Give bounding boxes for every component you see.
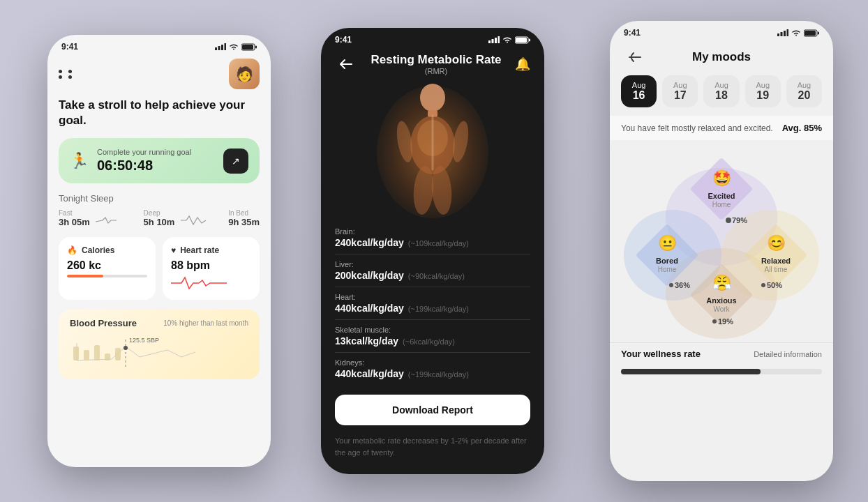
right-back-button[interactable]	[624, 46, 646, 68]
bored-dot	[669, 283, 673, 287]
svg-rect-15	[73, 347, 79, 360]
kidneys-sub: (~199kcal/kg/day)	[408, 370, 469, 379]
svg-line-13	[167, 350, 181, 357]
avatar: 🧑	[229, 59, 260, 89]
kidneys-values: 440kcal/kg/day (~199kcal/kg/day)	[335, 368, 530, 379]
liver-sub: (~90kcal/kg/day)	[408, 272, 465, 280]
mid-title: Resting Metabolic Rate	[371, 53, 501, 67]
deep-wave	[181, 213, 223, 227]
bored-percent: 36%	[675, 281, 690, 289]
battery-icon	[241, 43, 257, 51]
fast-wave	[96, 213, 137, 227]
brain-main: 240kcal/kg/day	[335, 237, 404, 248]
sleep-fast: Fast 3h 05m	[59, 209, 90, 227]
mood-diamond-svg: 🤩 Excited Home 79% 😐 Bored Home 36% 😊 Re…	[617, 147, 826, 342]
svg-rect-44	[805, 31, 816, 36]
mid-battery-icon	[515, 36, 530, 44]
svg-line-12	[154, 350, 167, 353]
heart-values: 440kcal/kg/day (~199kcal/kg/day)	[335, 303, 530, 314]
wellness-footer: Your wellness rate Detailed information	[610, 342, 833, 362]
date-tab-aug16[interactable]: Aug 16	[621, 75, 657, 107]
brain-values: 240kcal/kg/day (~109kcal/kg/day)	[335, 237, 530, 248]
svg-rect-6	[255, 45, 257, 48]
anxious-percent: 19%	[718, 317, 733, 326]
heart-wave	[171, 275, 227, 291]
wellness-title: Your wellness rate	[621, 349, 701, 359]
running-info: Complete your running goal 06:50:48	[97, 148, 215, 174]
aug18-day: 18	[703, 89, 739, 102]
human-body-figure	[387, 82, 478, 222]
excited-dot	[726, 218, 731, 223]
running-action-button[interactable]: ↗	[223, 149, 248, 174]
skeletal-sub: (~6kcal/kg/day)	[403, 337, 455, 346]
bp-header: Blood Pressure 10% higher than last mont…	[70, 318, 248, 328]
relaxed-sub: All time	[765, 266, 788, 273]
sleep-deep: Deep 5h 10m	[144, 209, 175, 227]
right-header: My moods	[610, 40, 833, 75]
svg-rect-29	[529, 38, 530, 41]
left-status-bar: 9:41	[47, 35, 271, 54]
back-arrow-icon	[339, 59, 353, 70]
health-cards: 🔥 Calories 260 kc ♥ Heart rate 88 bpm	[59, 237, 260, 300]
anxious-emoji: 😤	[712, 273, 732, 292]
svg-rect-28	[516, 38, 527, 43]
svg-line-14	[181, 352, 195, 357]
svg-rect-41	[784, 31, 786, 36]
excited-percent: 79%	[732, 216, 747, 225]
date-tab-aug18[interactable]: Aug 18	[703, 75, 739, 107]
calories-fill	[67, 275, 103, 277]
heart-sub: (~199kcal/kg/day)	[408, 305, 469, 313]
calories-label: Calories	[82, 245, 114, 255]
date-tab-aug19[interactable]: Aug 19	[745, 75, 781, 107]
wellness-link[interactable]: Detailed information	[754, 350, 822, 358]
right-back-icon	[628, 52, 642, 63]
bp-card: Blood Pressure 10% higher than last mont…	[59, 310, 260, 379]
moods-phone: 9:41 My moods Aug 16 Aug 17	[610, 21, 833, 481]
aug17-month: Aug	[662, 81, 698, 89]
bored-label: Bored	[656, 257, 678, 265]
svg-rect-45	[818, 31, 819, 34]
screens-container: 9:41 🧑 Take a stroll to help achieve you…	[0, 0, 868, 502]
calories-card: 🔥 Calories 260 kc	[59, 237, 156, 300]
bp-note: 10% higher than last month	[163, 319, 248, 327]
svg-rect-2	[221, 45, 223, 50]
brain-metric: Brain: 240kcal/kg/day (~109kcal/kg/day)	[335, 222, 530, 254]
mood-summary: You have felt mostly relaxed and excited…	[610, 116, 833, 140]
aug20-day: 20	[786, 89, 822, 102]
bored-emoji: 😐	[658, 234, 678, 252]
mid-status-icons	[488, 36, 530, 44]
aug19-day: 19	[745, 89, 781, 102]
bp-chart: 125.5 SBP	[70, 333, 251, 371]
mid-wifi-icon	[502, 36, 512, 43]
metabolic-phone: 9:41 Resting Metabolic Rate (RMR) 🔔	[321, 28, 544, 474]
sleep-title: Tonight Sleep	[59, 193, 260, 204]
excited-sub: Home	[712, 201, 731, 208]
heart-main: 440kcal/kg/day	[335, 303, 404, 314]
relaxed-percent: 50%	[767, 281, 782, 289]
bored-sub: Home	[658, 266, 677, 273]
mood-avg: Avg. 85%	[782, 123, 822, 133]
heart-value: 88 bpm	[171, 259, 251, 272]
menu-button[interactable]	[59, 70, 75, 79]
svg-rect-1	[218, 46, 220, 50]
svg-rect-24	[492, 39, 494, 43]
svg-rect-19	[115, 348, 121, 360]
svg-rect-3	[225, 43, 227, 50]
date-tab-aug20[interactable]: Aug 20	[786, 75, 822, 107]
fast-value: 3h 05m	[59, 217, 90, 227]
download-button[interactable]: Download Report	[335, 395, 530, 425]
notification-icon[interactable]: 🔔	[515, 56, 530, 72]
aug17-day: 17	[662, 89, 698, 102]
date-tab-aug17[interactable]: Aug 17	[662, 75, 698, 107]
sleep-metrics: Fast 3h 05m Deep 5h 10m In Bed	[59, 209, 260, 227]
heart-header: ♥ Heart rate	[171, 245, 251, 255]
svg-point-22	[124, 346, 128, 350]
excited-emoji: 🤩	[712, 169, 732, 188]
fast-label: Fast	[59, 209, 90, 217]
mid-title-block: Resting Metabolic Rate (RMR)	[371, 53, 501, 75]
sleep-bed: In Bed 9h 35m	[228, 209, 260, 227]
left-content: 🧑 Take a stroll to help achieve your goa…	[47, 54, 271, 379]
kidneys-main: 440kcal/kg/day	[335, 368, 404, 379]
liver-label: Liver:	[335, 260, 530, 268]
back-button[interactable]	[335, 53, 357, 75]
